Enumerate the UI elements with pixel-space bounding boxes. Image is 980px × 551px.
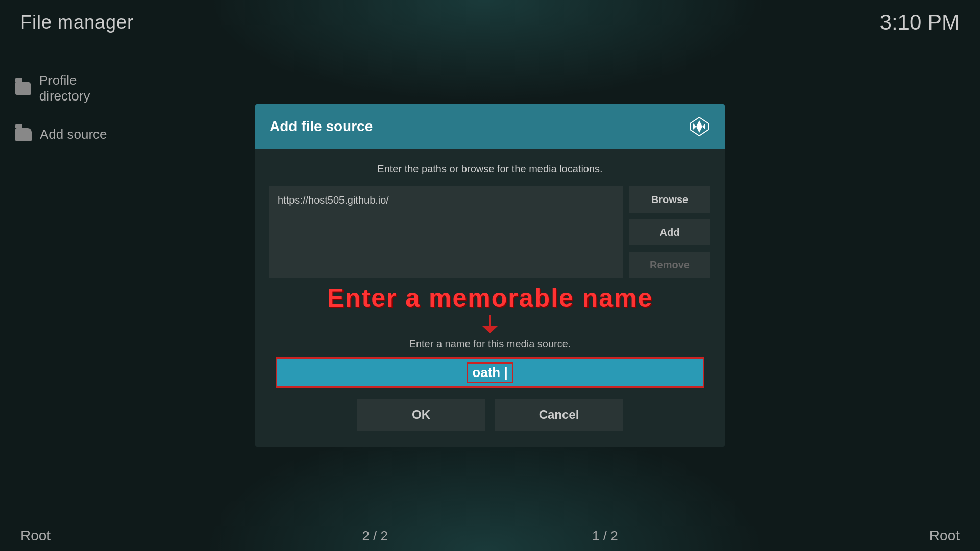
ok-button[interactable]: OK [357,399,485,431]
source-url-input[interactable]: https://host505.github.io/ [270,186,623,278]
bottom-right-page: 1 / 2 [592,528,618,544]
source-url-text: https://host505.github.io/ [278,194,389,206]
name-label: Enter a name for this media source. [270,338,710,350]
cancel-button[interactable]: Cancel [495,399,623,431]
bottom-bar: Root 2 / 2 1 / 2 Root [0,520,980,551]
svg-marker-1 [696,120,702,133]
action-buttons: OK Cancel [270,399,710,431]
source-buttons: Browse Add Remove [629,186,710,278]
browse-button[interactable]: Browse [629,186,710,213]
name-input-value: oath | [467,362,513,383]
name-input[interactable]: oath | [276,357,704,388]
kodi-logo-icon [688,115,710,138]
bottom-left-label: Root [20,528,51,544]
bottom-right-label: Root [929,528,960,544]
dialog-title: Add file source [270,118,373,135]
annotation-arrow-icon [270,315,710,333]
annotation-text: Enter a memorable name [270,283,710,313]
bottom-left-page: 2 / 2 [362,528,388,544]
svg-marker-5 [482,326,498,333]
dialog-subtitle: Enter the paths or browse for the media … [270,163,710,175]
remove-button[interactable]: Remove [629,252,710,278]
name-input-wrapper: oath | [270,357,710,388]
svg-marker-2 [693,123,696,130]
bottom-center: 2 / 2 1 / 2 [362,528,618,544]
dialog-header: Add file source [255,104,725,149]
dialog-overlay: Add file source Enter the paths or brows… [0,0,980,551]
source-row: https://host505.github.io/ Browse Add Re… [270,186,710,278]
dialog-body: Enter the paths or browse for the media … [255,149,725,447]
annotation-area: Enter a memorable name [270,283,710,333]
add-file-source-dialog: Add file source Enter the paths or brows… [255,104,725,447]
add-button[interactable]: Add [629,219,710,245]
svg-marker-3 [702,123,705,130]
